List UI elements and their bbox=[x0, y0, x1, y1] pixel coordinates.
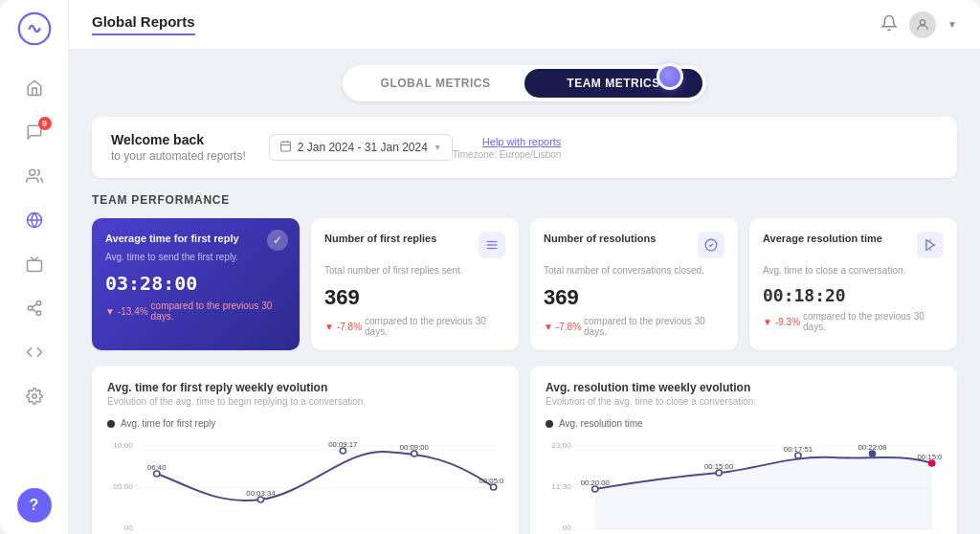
chart-legend: Avg. time for first reply bbox=[107, 418, 503, 429]
metric-icon bbox=[479, 232, 505, 258]
metric-change: ▼ -7.8% compared to the previous 30 days… bbox=[324, 316, 505, 337]
check-badge-icon: ✓ bbox=[267, 230, 288, 251]
svg-text:00:05:00: 00:05:00 bbox=[479, 477, 503, 485]
svg-line-8 bbox=[32, 309, 36, 312]
welcome-heading: Welcome back bbox=[111, 132, 246, 147]
tab-indicator bbox=[657, 63, 683, 90]
metric-value: 369 bbox=[544, 285, 724, 310]
sidebar-nav: 9 bbox=[13, 69, 56, 488]
svg-text:00:20:00: 00:20:00 bbox=[581, 478, 610, 487]
metric-card-avg-resolution-time: Average resolution time Avg. time to clo… bbox=[749, 218, 957, 350]
svg-text:00:09:00: 00:09:00 bbox=[400, 443, 429, 452]
chart-area: 10:00 05:00 00 bbox=[107, 436, 503, 532]
sidebar: 9 ? bbox=[0, 0, 69, 534]
tab-bar: GLOBAL METRICS TEAM METRICS bbox=[343, 65, 706, 101]
change-value: -7.8% bbox=[337, 322, 362, 332]
help-button[interactable]: ? bbox=[17, 488, 52, 523]
metric-title: Average resolution time bbox=[763, 232, 882, 245]
sidebar-item-home[interactable] bbox=[13, 69, 56, 107]
notification-bell[interactable] bbox=[880, 14, 898, 35]
svg-point-1 bbox=[29, 169, 34, 175]
legend-dot bbox=[107, 420, 115, 428]
chart-area-fill bbox=[595, 457, 932, 529]
change-value: -13.4% bbox=[118, 306, 148, 317]
change-text: compared to the previous 30 days. bbox=[803, 311, 944, 332]
metric-value: 00:18:20 bbox=[763, 285, 944, 305]
metric-value: 03:28:00 bbox=[105, 272, 286, 295]
avatar[interactable] bbox=[909, 11, 936, 38]
svg-point-10 bbox=[32, 394, 36, 399]
metric-card-avg-first-reply: Average time for first reply ✓ Avg. time… bbox=[92, 218, 300, 350]
chart-subtitle: Evolution of the avg. time to begin repl… bbox=[107, 396, 503, 407]
dropdown-arrow-icon: ▼ bbox=[434, 143, 442, 152]
svg-text:00:09:17: 00:09:17 bbox=[328, 440, 357, 449]
sidebar-item-chat[interactable]: 9 bbox=[13, 113, 56, 151]
arrow-down-icon: ▼ bbox=[763, 317, 772, 327]
metric-title: Number of resolutions bbox=[544, 232, 656, 245]
sidebar-item-flow[interactable] bbox=[13, 289, 56, 327]
metric-card-num-resolutions: Number of resolutions Total number of co… bbox=[530, 218, 738, 350]
metric-card-header: Average resolution time bbox=[763, 232, 944, 258]
svg-text:00:15:00: 00:15:00 bbox=[704, 462, 733, 471]
svg-text:06:40: 06:40 bbox=[147, 463, 166, 472]
main-content: Global Reports ▼ GLOBAL METRICS TEAM bbox=[69, 0, 980, 534]
metric-subtitle: Total number of first replies sent. bbox=[324, 264, 505, 278]
sidebar-bottom: ? bbox=[17, 488, 52, 523]
metric-title: Number of first replies bbox=[324, 232, 436, 245]
metric-change: ▼ -13.4% compared to the previous 30 day… bbox=[105, 300, 286, 322]
charts-row: Avg. time for first reply weekly evoluti… bbox=[92, 366, 957, 534]
svg-text:05:00: 05:00 bbox=[113, 482, 133, 491]
user-dropdown-arrow[interactable]: ▼ bbox=[947, 19, 957, 30]
svg-point-6 bbox=[28, 306, 33, 311]
legend-label: Avg. time for first reply bbox=[121, 418, 215, 429]
chart-line bbox=[157, 452, 494, 501]
sidebar-item-users[interactable] bbox=[13, 157, 56, 195]
legend-dot bbox=[546, 420, 553, 428]
metric-card-num-first-replies: Number of first replies Total number of … bbox=[311, 218, 519, 350]
welcome-right: Help with reports Timezone: Europe/Lisbo… bbox=[453, 136, 562, 160]
change-text: compared to the previous 30 days. bbox=[584, 316, 724, 337]
svg-text:00: 00 bbox=[563, 523, 572, 532]
chart-title: Avg. resolution time weekly evolution bbox=[546, 381, 942, 394]
chart-legend: Avg. resolution time bbox=[546, 418, 942, 429]
section-title: TEAM PERFORMANCE bbox=[92, 193, 957, 207]
topbar: Global Reports ▼ bbox=[69, 0, 980, 50]
date-picker[interactable]: 2 Jan 2024 - 31 Jan 2024 ▼ bbox=[269, 134, 453, 161]
change-text: compared to the previous 30 days. bbox=[365, 316, 505, 337]
chart-svg: 10:00 05:00 00 bbox=[107, 436, 503, 532]
welcome-text: Welcome back to your automated reports! bbox=[111, 132, 246, 163]
svg-text:10:00: 10:00 bbox=[113, 441, 133, 450]
content-area: GLOBAL METRICS TEAM METRICS Welcome back… bbox=[69, 50, 980, 534]
svg-point-7 bbox=[36, 311, 41, 316]
change-value: -9.3% bbox=[775, 317, 800, 327]
metric-card-header: Number of first replies bbox=[324, 232, 505, 258]
metric-subtitle: Avg. time to close a conversation. bbox=[763, 264, 944, 278]
svg-line-9 bbox=[32, 304, 36, 307]
help-link[interactable]: Help with reports bbox=[482, 136, 562, 147]
page-title: Global Reports bbox=[92, 13, 195, 35]
logo[interactable] bbox=[17, 11, 52, 50]
metrics-grid: Average time for first reply ✓ Avg. time… bbox=[92, 218, 957, 350]
svg-point-11 bbox=[920, 19, 924, 24]
chart-avg-resolution-time: Avg. resolution time weekly evolution Ev… bbox=[530, 366, 957, 534]
metric-icon bbox=[698, 232, 724, 258]
arrow-down-icon: ▼ bbox=[544, 322, 553, 332]
sidebar-item-code[interactable] bbox=[13, 333, 56, 371]
svg-rect-12 bbox=[280, 142, 290, 151]
tab-team-metrics[interactable]: TEAM METRICS bbox=[524, 69, 702, 98]
tab-global-metrics[interactable]: GLOBAL METRICS bbox=[346, 69, 524, 98]
metric-title: Average time for first reply bbox=[105, 232, 239, 245]
welcome-card: Welcome back to your automated reports! … bbox=[92, 117, 957, 178]
sidebar-item-tv[interactable] bbox=[13, 245, 56, 283]
chart-area: 23:00 11:30 00 bbox=[546, 436, 942, 532]
svg-point-5 bbox=[36, 301, 41, 306]
sidebar-item-settings[interactable] bbox=[13, 377, 56, 415]
change-text: compared to the previous 30 days. bbox=[151, 300, 286, 322]
metric-value: 369 bbox=[324, 285, 505, 310]
metric-card-header: Average time for first reply ✓ bbox=[105, 232, 286, 245]
sidebar-item-globe[interactable] bbox=[13, 201, 56, 239]
svg-text:00:17:51: 00:17:51 bbox=[784, 445, 813, 454]
legend-label: Avg. resolution time bbox=[559, 418, 643, 429]
chart-svg: 23:00 11:30 00 bbox=[546, 436, 942, 532]
welcome-subtext: to your automated reports! bbox=[111, 149, 246, 163]
